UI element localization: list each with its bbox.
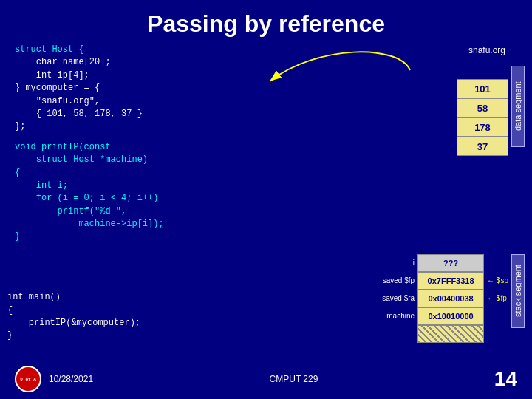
footer: U of A 10/28/2021 CMPUT 229 14 (0, 363, 532, 395)
stack-arrow-ra: ← $fp (487, 294, 507, 302)
right-panel: snafu.org 101 58 178 37 data segment (457, 44, 525, 251)
footer-course: CMPUT 229 (270, 374, 318, 384)
stack-cell-machine: 0x10010000 (417, 307, 484, 325)
code-line: { (7, 304, 359, 317)
code-line: } (7, 330, 359, 342)
stack-row-fp: saved $fp 0x7FFF3318 ← $sp (366, 272, 508, 290)
stack-arrow-fp: ← $sp (487, 276, 508, 284)
code-line: "snafu.org", (15, 95, 449, 108)
code-line: printf("%d ", (15, 205, 449, 218)
data-value-4: 37 (457, 137, 508, 156)
stack-row-bottom (366, 325, 508, 343)
data-value-2: 58 (457, 98, 508, 117)
stack-row-machine: machine 0x10010000 (366, 307, 508, 325)
page-title: Passing by reference (0, 0, 532, 44)
logo-icon: U of A (15, 366, 41, 392)
print-code: void printIP(const struct Host *machine)… (15, 141, 449, 244)
code-line: { 101, 58, 178, 37 } (15, 108, 449, 120)
stack-cell-fp: 0x7FFF3318 (417, 272, 484, 290)
code-line: int main() (7, 291, 359, 304)
code-line: int ip[4]; (15, 69, 449, 82)
stack-segment-label: stack segment (511, 254, 525, 328)
code-line: for (i = 0; i < 4; i++) (15, 192, 449, 205)
stack-row-label-fp: saved $fp (366, 276, 415, 284)
data-segment-label: data segment (511, 66, 525, 147)
stack-cell-ra: 0x00400038 (417, 290, 484, 307)
data-value-3: 178 (457, 117, 508, 137)
stack-row-label-machine: machine (366, 312, 415, 320)
code-line: struct Host *machine) (15, 154, 449, 166)
code-line: machine->ip[i]); (15, 218, 449, 231)
stack-section: i ??? saved $fp 0x7FFF3318 ← $sp saved $… (366, 254, 525, 343)
stack-row-label-i: i (366, 259, 415, 267)
stack-row-i: i ??? (366, 254, 508, 272)
footer-left: U of A 10/28/2021 (15, 366, 93, 392)
code-line: }; (15, 120, 449, 133)
code-line: void printIP(const (15, 141, 449, 154)
stack-cell-striped (417, 325, 484, 343)
code-line: } (15, 231, 449, 243)
data-value-1: 101 (457, 79, 508, 98)
code-line: struct Host { (15, 44, 449, 56)
code-line: int i; (15, 180, 449, 192)
main-code: int main() { printIP(&mycomputer); } (7, 291, 359, 343)
snafu-label: snafu.org (468, 44, 505, 57)
bottom-area: int main() { printIP(&mycomputer); } i ?… (0, 254, 532, 343)
struct-code: struct Host { char name[20]; int ip[4]; … (15, 44, 449, 134)
stack-row-ra: saved $ra 0x00400038 ← $fp (366, 290, 508, 307)
stack-cell-i: ??? (417, 254, 484, 272)
footer-page: 14 (494, 367, 517, 391)
data-table: 101 58 178 37 (457, 79, 508, 156)
code-line: printIP(&mycomputer); (7, 317, 359, 330)
footer-date: 10/28/2021 (49, 374, 93, 384)
stack-row-label-ra: saved $ra (366, 294, 415, 302)
code-line: { (15, 167, 449, 180)
code-line: char name[20]; (15, 56, 449, 69)
stack-table: i ??? saved $fp 0x7FFF3318 ← $sp saved $… (366, 254, 508, 343)
code-line: } mycomputer = { (15, 82, 449, 95)
code-area: struct Host { char name[20]; int ip[4]; … (7, 44, 449, 251)
